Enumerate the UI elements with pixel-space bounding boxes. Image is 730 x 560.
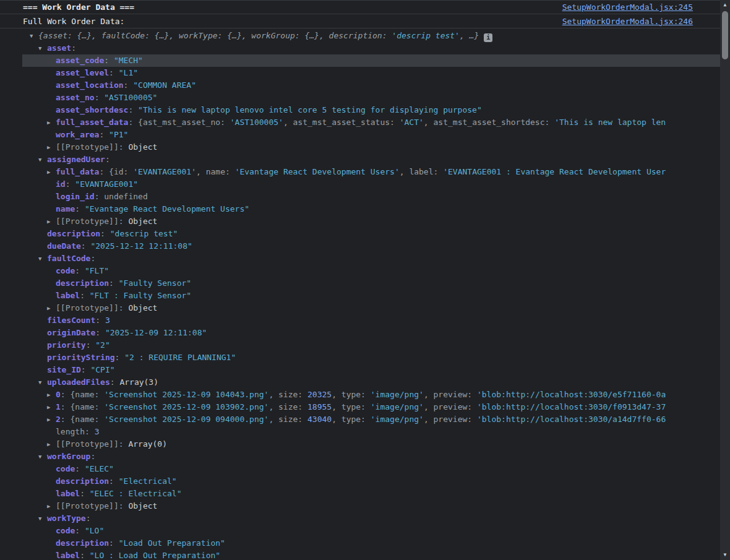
segment-dim: :	[119, 303, 129, 312]
tree-row-asset_no: asset_no: "AST100005"	[0, 92, 720, 104]
tree-row-worktype-description: description: "Load Out Preparation"	[0, 537, 720, 549]
segment-str: "COMMON AREA"	[133, 80, 196, 90]
segment-key: label	[56, 489, 80, 498]
segment-dim: :	[110, 377, 120, 387]
collapsed-arrow-icon[interactable]: ▶	[47, 438, 56, 450]
expanded-arrow-icon[interactable]: ▼	[30, 30, 38, 42]
segment-key: faultCode	[47, 254, 90, 263]
tree-row-faultcode-prototype[interactable]: ▶[[Prototype]]: Object	[0, 302, 720, 314]
tree-row-assigneduser-prototype[interactable]: ▶[[Prototype]]: Object	[0, 215, 720, 228]
segment-key: dueDate	[47, 241, 81, 251]
segment-dim: :	[75, 464, 85, 473]
segment-dim: length	[56, 427, 85, 436]
tree-row-workgroup-label: label: "ELEC : Electrical"	[0, 488, 720, 500]
expanded-arrow-icon[interactable]: ▼	[38, 450, 47, 463]
segment-key: description	[56, 278, 109, 288]
tree-row-assignedUser[interactable]: ▼assignedUser:	[0, 153, 720, 166]
tree-row-file-2[interactable]: ▶2: {name: 'Screenshot 2025-12-09 094000…	[0, 413, 720, 426]
expanded-arrow-icon[interactable]: ▼	[38, 512, 47, 525]
info-icon[interactable]: i	[484, 33, 492, 42]
segment-pres: 'blob:http://localhost:3030/a14d7ff0-66	[477, 415, 666, 424]
segment-str: "FLT : Faulty Sensor"	[90, 291, 191, 300]
tree-row-file-1[interactable]: ▶1: {name: 'Screenshot 2025-12-09 103902…	[0, 401, 720, 413]
segment-dim: :	[81, 241, 91, 251]
tree-row-workGroup[interactable]: ▼workGroup:	[0, 450, 720, 463]
segment-key: code	[56, 526, 75, 535]
segment-pre: , name:	[196, 167, 235, 176]
segment-str: "Electrical"	[119, 476, 177, 486]
collapsed-arrow-icon[interactable]: ▶	[47, 116, 56, 129]
collapsed-arrow-icon[interactable]: ▶	[47, 500, 56, 512]
segment-pres: 'Screenshot 2025-12-09 103902.png'	[104, 402, 268, 411]
expanded-arrow-icon[interactable]: ▼	[38, 376, 47, 389]
scroll-up-button[interactable]: ▲	[720, 0, 730, 10]
object-tree: ▼{asset: {…}, faultCode: {…}, workType: …	[0, 28, 720, 560]
segment-key: priority	[47, 340, 86, 350]
segment-dim: :	[71, 43, 76, 53]
scroll-thumb[interactable]	[722, 11, 728, 59]
segment-dim: [[Prototype]]	[56, 501, 119, 510]
segment-str: "ELEC"	[85, 464, 114, 473]
tree-row-faultcode-code: code: "FLT"	[0, 265, 720, 277]
tree-row-root-preview[interactable]: ▼{asset: {…}, faultCode: {…}, workType: …	[0, 30, 720, 42]
segment-key: 2	[56, 415, 61, 424]
expanded-arrow-icon[interactable]: ▼	[38, 42, 47, 54]
tree-row-file-0[interactable]: ▶0: {name: 'Screenshot 2025-12-09 104043…	[0, 389, 720, 401]
segment-pren: 18955	[307, 402, 332, 411]
tree-row-full_asset_data[interactable]: ▶full_asset_data: {ast_mst_asset_no: 'AS…	[0, 116, 720, 129]
tree-row-uploadedFiles[interactable]: ▼uploadedFiles: Array(3)	[0, 376, 720, 389]
collapsed-arrow-icon[interactable]: ▶	[47, 215, 56, 228]
collapsed-arrow-icon[interactable]: ▶	[47, 302, 56, 314]
segment-dim: :	[119, 501, 129, 510]
tree-row-faultCode[interactable]: ▼faultCode:	[0, 252, 720, 265]
tree-row-work_area: work_area: "P1"	[0, 129, 720, 141]
source-link[interactable]: SetupWorkOrderModal.jsx:246	[562, 17, 693, 26]
expanded-arrow-icon[interactable]: ▼	[38, 153, 47, 166]
segment-str: "2025-12-12 12:11:08"	[90, 241, 192, 251]
scroll-down-button[interactable]: ▼	[720, 550, 730, 560]
segment-pre: , size:	[268, 415, 307, 424]
segment-dim: :	[75, 526, 85, 535]
console-message-1: === Work Order Data === SetupWorkOrderMo…	[0, 0, 720, 14]
tree-row-asset-prototype[interactable]: ▶[[Prototype]]: Object	[0, 141, 720, 153]
tree-row-site_ID: site_ID: "CPI"	[0, 364, 720, 376]
tree-row-asset[interactable]: ▼asset:	[0, 42, 720, 54]
collapsed-arrow-icon[interactable]: ▶	[47, 413, 56, 426]
tree-row-user-id: id: "EVANTAGE001"	[0, 178, 720, 191]
tree-row-description: description: "descrip test"	[0, 228, 720, 240]
tree-row-dueDate: dueDate: "2025-12-12 12:11:08"	[0, 240, 720, 252]
segment-pre: , type:	[332, 402, 371, 411]
segment-dim: :	[95, 316, 105, 325]
collapsed-arrow-icon[interactable]: ▶	[47, 401, 56, 413]
tree-row-faultcode-description: description: "Faulty Sensor"	[0, 277, 720, 290]
segment-dim: :	[105, 155, 110, 164]
segment-key: workGroup	[47, 452, 90, 461]
segment-key: label	[56, 291, 80, 300]
tree-row-priorityString: priorityString: "2 : REQUIRE PLANNING1"	[0, 351, 720, 364]
tree-row-user-name: name: "Evantage React Development Users"	[0, 203, 720, 215]
segment-dim: :	[109, 68, 119, 77]
segment-str: "AST100005"	[104, 93, 157, 102]
tree-row-workType[interactable]: ▼workType:	[0, 512, 720, 525]
tree-row-uploadedfiles-prototype[interactable]: ▶[[Prototype]]: Array(0)	[0, 438, 720, 450]
collapsed-arrow-icon[interactable]: ▶	[47, 141, 56, 153]
tree-row-workgroup-prototype[interactable]: ▶[[Prototype]]: Object	[0, 500, 720, 512]
segment-key: description	[56, 538, 109, 548]
segment-dim: :	[95, 192, 105, 201]
collapsed-arrow-icon[interactable]: ▶	[47, 389, 56, 401]
segment-pre: {ast_mst_asset_no:	[138, 118, 230, 127]
source-link[interactable]: SetupWorkOrderModal.jsx:245	[562, 2, 693, 12]
segment-dim: :	[128, 105, 138, 114]
segment-key: id	[56, 179, 66, 189]
segment-pre: {name:	[70, 402, 104, 411]
tree-row-full_data[interactable]: ▶full_data: {id: 'EVANTAGE001', name: 'E…	[0, 166, 720, 178]
segment-key: login_id	[56, 192, 95, 201]
console-message-2: Full Work Order Data: SetupWorkOrderModa…	[0, 14, 720, 28]
segment-key: asset_no	[56, 93, 95, 102]
segment-dim: [[Prototype]]	[56, 142, 119, 152]
collapsed-arrow-icon[interactable]: ▶	[47, 166, 56, 178]
scrollbar[interactable]: ▲ ▼	[720, 0, 730, 560]
segment-pre: , label:	[400, 167, 443, 176]
expanded-arrow-icon[interactable]: ▼	[38, 252, 47, 265]
segment-pres: 'Screenshot 2025-12-09 104043.png'	[104, 390, 268, 399]
